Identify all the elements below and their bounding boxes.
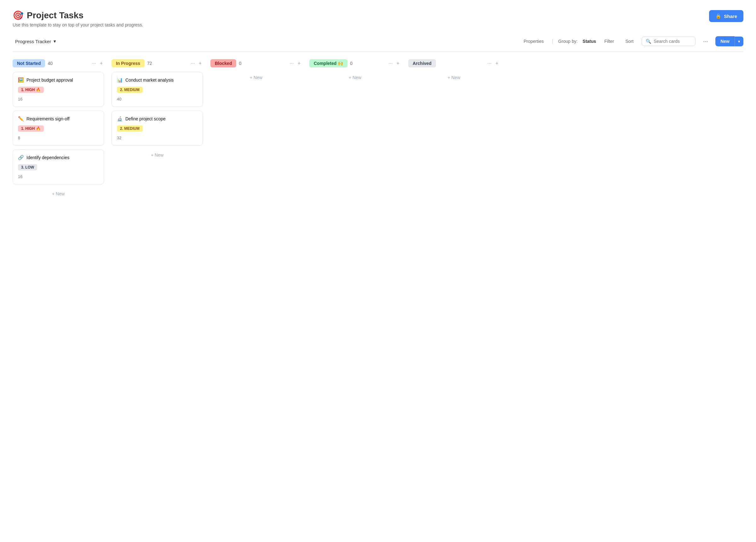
- column-more-not-started[interactable]: ···: [90, 60, 97, 67]
- new-card-btn-blocked[interactable]: + New: [210, 72, 302, 83]
- column-label-not-started: Not Started: [13, 59, 45, 67]
- more-options-button[interactable]: ···: [701, 37, 710, 46]
- group-by-value: Status: [583, 39, 596, 44]
- column-label-completed: Completed 🙌: [309, 59, 347, 67]
- column-header-blocked: Blocked0···+: [210, 59, 302, 67]
- page-subtitle: Use this template to stay on top of your…: [13, 22, 143, 27]
- column-blocked: Blocked0···++ New: [210, 59, 302, 83]
- card-number-not-started-0: 16: [18, 97, 99, 101]
- divider-1: |: [552, 38, 553, 44]
- card-badge-in-progress-0: 2. MEDIUM: [117, 87, 143, 93]
- card-badge-in-progress-1: 2. MEDIUM: [117, 125, 143, 132]
- new-button[interactable]: New: [715, 36, 735, 46]
- card-title-text-in-progress-1: Define project scope: [125, 116, 166, 121]
- share-button[interactable]: 🔒 Share: [709, 10, 743, 22]
- column-add-not-started[interactable]: +: [99, 60, 104, 67]
- group-by-label: Group by:: [558, 39, 577, 44]
- column-add-in-progress[interactable]: +: [198, 60, 203, 67]
- page-title-icon: 🎯: [13, 10, 24, 20]
- column-label-in-progress: In Progress: [112, 59, 145, 67]
- card-number-not-started-2: 16: [18, 174, 99, 179]
- column-count-blocked: 0: [239, 61, 241, 66]
- card-not-started-2[interactable]: 🔗Identify dependencies3. LOW16: [13, 149, 104, 184]
- new-card-btn-in-progress[interactable]: + New: [112, 149, 203, 161]
- properties-button[interactable]: Properties: [520, 37, 547, 46]
- card-title-in-progress-1: 🔬Define project scope: [117, 116, 198, 122]
- column-in-progress: In Progress72···+📊Conduct market analysi…: [112, 59, 203, 161]
- card-badge-not-started-0: 1. HIGH 🔥: [18, 87, 44, 93]
- column-actions-archived: ···+: [486, 60, 500, 67]
- column-header-in-progress: In Progress72···+: [112, 59, 203, 67]
- card-title-text-not-started-1: Requirements sign-off: [26, 116, 70, 121]
- card-number-in-progress-1: 32: [117, 135, 198, 140]
- search-icon: 🔍: [646, 39, 651, 44]
- card-number-in-progress-0: 40: [117, 97, 198, 101]
- column-header-not-started: Not Started40···+: [13, 59, 104, 67]
- column-count-not-started: 40: [48, 61, 53, 66]
- toolbar: Progress Tracker ▾ Properties | Group by…: [13, 36, 743, 52]
- column-label-archived: Archived: [408, 59, 436, 67]
- column-count-in-progress: 72: [147, 61, 152, 66]
- column-more-blocked[interactable]: ···: [288, 60, 295, 67]
- column-add-archived[interactable]: +: [494, 60, 500, 67]
- search-input[interactable]: [654, 39, 691, 44]
- card-title-in-progress-0: 📊Conduct market analysis: [117, 77, 198, 83]
- column-actions-not-started: ···+: [90, 60, 104, 67]
- card-title-not-started-2: 🔗Identify dependencies: [18, 155, 99, 160]
- sort-button[interactable]: Sort: [622, 37, 637, 46]
- card-icon-in-progress-1: 🔬: [117, 116, 123, 122]
- column-label-blocked: Blocked: [210, 59, 236, 67]
- card-icon-not-started-0: 🖼️: [18, 77, 24, 83]
- card-in-progress-1[interactable]: 🔬Define project scope2. MEDIUM32: [112, 111, 203, 145]
- card-in-progress-0[interactable]: 📊Conduct market analysis2. MEDIUM40: [112, 72, 203, 107]
- column-count-completed: 0: [350, 61, 352, 66]
- share-label: Share: [724, 14, 737, 19]
- card-title-not-started-1: ✏️Requirements sign-off: [18, 116, 99, 122]
- board: Not Started40···+🖼️Project budget approv…: [13, 59, 743, 206]
- column-more-in-progress[interactable]: ···: [189, 60, 196, 67]
- column-actions-in-progress: ···+: [189, 60, 203, 67]
- column-actions-completed: ···+: [387, 60, 401, 67]
- page-header: 🎯 Project Tasks Use this template to sta…: [13, 10, 743, 27]
- filter-button[interactable]: Filter: [601, 37, 617, 46]
- column-archived: Archived···++ New: [408, 59, 500, 83]
- chevron-down-icon: ▾: [54, 38, 56, 44]
- page-container: 🎯 Project Tasks Use this template to sta…: [0, 0, 756, 216]
- view-selector[interactable]: Progress Tracker ▾: [13, 37, 59, 45]
- column-actions-blocked: ···+: [288, 60, 302, 67]
- column-add-completed[interactable]: +: [395, 60, 401, 67]
- new-card-btn-archived[interactable]: + New: [408, 72, 500, 83]
- card-icon-not-started-1: ✏️: [18, 116, 24, 122]
- card-title-text-in-progress-0: Conduct market analysis: [125, 77, 174, 83]
- column-not-started: Not Started40···+🖼️Project budget approv…: [13, 59, 104, 199]
- new-button-caret[interactable]: ▾: [735, 37, 743, 46]
- page-title-area: 🎯 Project Tasks Use this template to sta…: [13, 10, 143, 27]
- card-title-text-not-started-2: Identify dependencies: [26, 155, 69, 160]
- column-header-completed: Completed 🙌0···+: [309, 59, 401, 67]
- card-not-started-0[interactable]: 🖼️Project budget approval1. HIGH 🔥16: [13, 72, 104, 107]
- column-more-completed[interactable]: ···: [387, 60, 394, 67]
- column-more-archived[interactable]: ···: [486, 60, 493, 67]
- new-card-btn-not-started[interactable]: + New: [13, 188, 104, 199]
- column-completed: Completed 🙌0···++ New: [309, 59, 401, 83]
- card-number-not-started-1: 8: [18, 135, 99, 140]
- new-button-group: New ▾: [715, 36, 743, 46]
- card-badge-not-started-2: 3. LOW: [18, 164, 37, 170]
- card-title-text-not-started-0: Project budget approval: [26, 77, 73, 83]
- page-title: 🎯 Project Tasks: [13, 10, 143, 20]
- card-title-not-started-0: 🖼️Project budget approval: [18, 77, 99, 83]
- new-card-btn-completed[interactable]: + New: [309, 72, 401, 83]
- card-icon-not-started-2: 🔗: [18, 155, 24, 160]
- page-title-text: Project Tasks: [27, 10, 83, 20]
- card-badge-not-started-1: 1. HIGH 🔥: [18, 125, 44, 132]
- lock-icon: 🔒: [715, 13, 721, 19]
- card-icon-in-progress-0: 📊: [117, 77, 123, 83]
- column-add-blocked[interactable]: +: [296, 60, 302, 67]
- card-not-started-1[interactable]: ✏️Requirements sign-off1. HIGH 🔥8: [13, 111, 104, 145]
- search-box: 🔍: [642, 37, 696, 46]
- column-header-archived: Archived···+: [408, 59, 500, 67]
- view-name: Progress Tracker: [15, 39, 51, 44]
